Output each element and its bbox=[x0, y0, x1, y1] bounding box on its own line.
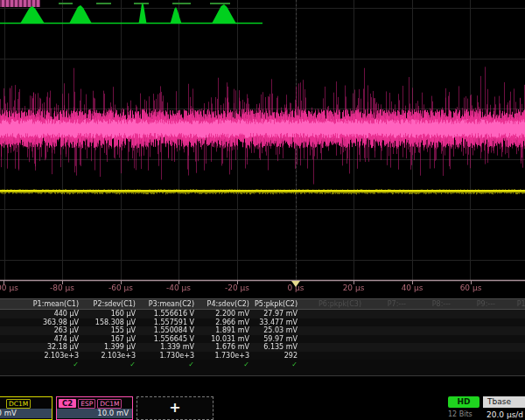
stat-value: 292 bbox=[254, 352, 302, 360]
stat-value: 160 µV bbox=[83, 310, 140, 318]
timebase-descriptor[interactable]: Tbase bbox=[483, 396, 525, 408]
status-ok-icon: ✓ bbox=[140, 360, 199, 369]
stat-value: 2.103e+3 bbox=[83, 352, 140, 360]
stat-value: 167 µV bbox=[83, 335, 140, 344]
stat-value bbox=[366, 352, 410, 360]
stat-value bbox=[455, 318, 500, 327]
param-header-p7[interactable]: P7:--- bbox=[366, 299, 410, 309]
stat-value: 155 µV bbox=[83, 326, 140, 335]
stat-value: 33.477 mV bbox=[254, 318, 302, 327]
stat-value: 263 µV bbox=[0, 326, 83, 335]
timebase-tick-label: -20 µs bbox=[225, 284, 249, 292]
stat-value bbox=[455, 352, 500, 360]
stat-value bbox=[366, 343, 410, 352]
stat-value: 59.97 mV bbox=[254, 335, 302, 344]
timebase-tick-label: -60 µs bbox=[108, 284, 133, 292]
stat-value bbox=[500, 318, 525, 327]
timebase-tick-label: 60 µs bbox=[460, 284, 482, 292]
bit-depth-label: 12 Bits bbox=[448, 410, 472, 418]
stat-value bbox=[500, 343, 525, 352]
status-empty bbox=[455, 360, 500, 369]
bottom-status-bar: DC1M 10.0 mV C2 ESP DC1M 10.0 mV + HD 12… bbox=[0, 396, 525, 420]
stat-value bbox=[500, 352, 525, 360]
histogram-trace[interactable] bbox=[0, 0, 525, 24]
measurement-table: P1:mean(C1)P2:sdev(C1)P3:mean(C2)P4:sdev… bbox=[0, 298, 525, 376]
waveform-display[interactable] bbox=[0, 0, 525, 298]
param-header-p2[interactable]: P2:sdev(C1) bbox=[83, 299, 140, 309]
stat-value: 10.031 mV bbox=[199, 335, 254, 344]
stat-value: 474 µV bbox=[0, 335, 83, 344]
stat-value: 1.676 mV bbox=[199, 343, 254, 352]
trigger-time-marker-icon[interactable] bbox=[291, 281, 300, 287]
channel-c2-descriptor[interactable]: C2 ESP DC1M 10.0 mV bbox=[56, 396, 133, 420]
timebase-tick-label: -40 µs bbox=[166, 284, 191, 292]
timebase-value: 20.0 µs/div bbox=[486, 410, 523, 419]
stat-value bbox=[410, 352, 455, 360]
add-trace-button[interactable]: + bbox=[136, 396, 214, 420]
c2-coupling-tag: DC1M bbox=[97, 399, 122, 409]
stat-value bbox=[410, 318, 455, 327]
stat-value: 1.730e+3 bbox=[140, 352, 199, 360]
c2-esp-tag: ESP bbox=[78, 399, 95, 409]
stat-value: 1.557591 V bbox=[140, 318, 199, 327]
stat-value: 25.03 mV bbox=[254, 326, 302, 335]
stat-value bbox=[302, 335, 366, 344]
stat-value: 1.730e+3 bbox=[199, 352, 254, 360]
c1-scale-value: 10.0 mV bbox=[0, 409, 52, 418]
stat-value bbox=[500, 335, 525, 344]
status-ok-icon: ✓ bbox=[199, 360, 254, 369]
stat-value bbox=[302, 343, 366, 352]
stat-value: 1.891 mV bbox=[199, 326, 254, 335]
timebase-tick-label: -80 µs bbox=[50, 284, 74, 292]
oscilloscope-screen: -100 µs-80 µs-60 µs-40 µs-20 µs0 µs20 µs… bbox=[0, 0, 525, 420]
status-empty bbox=[410, 360, 455, 369]
stat-value: 2.103e+3 bbox=[0, 352, 83, 360]
stat-value bbox=[410, 326, 455, 335]
param-header-p1[interactable]: P1:mean(C1) bbox=[0, 299, 83, 309]
stat-value bbox=[500, 326, 525, 335]
stat-value: 158.308 µV bbox=[83, 318, 140, 327]
stat-value bbox=[366, 335, 410, 344]
stat-value bbox=[366, 310, 410, 318]
stat-value bbox=[366, 326, 410, 335]
stat-value bbox=[500, 310, 525, 318]
status-empty bbox=[366, 360, 410, 369]
stat-value: 1.550084 V bbox=[140, 326, 199, 335]
status-empty bbox=[302, 360, 366, 369]
channel-c1-descriptor[interactable]: DC1M 10.0 mV bbox=[0, 396, 52, 420]
stat-value: 32.18 µV bbox=[0, 343, 83, 352]
stat-value: 1.339 mV bbox=[140, 343, 199, 352]
stat-value bbox=[410, 343, 455, 352]
param-header-p8[interactable]: P8:--- bbox=[410, 299, 455, 309]
status-ok-icon: ✓ bbox=[254, 360, 302, 369]
c2-scale-value: 10.0 mV bbox=[57, 409, 132, 418]
stat-value: 440 µV bbox=[0, 310, 83, 318]
stat-value: 6.135 mV bbox=[254, 343, 302, 352]
hd-mode-badge[interactable]: HD bbox=[448, 396, 480, 408]
param-header-p9[interactable]: P9:--- bbox=[455, 299, 500, 309]
stat-value: 2.966 mV bbox=[199, 318, 254, 327]
status-empty bbox=[500, 360, 525, 369]
stat-value bbox=[455, 310, 500, 318]
stat-value bbox=[410, 310, 455, 318]
stat-value: 2.200 mV bbox=[199, 310, 254, 318]
timebase-tick-label: 20 µs bbox=[343, 284, 365, 292]
c1-coupling-tag: DC1M bbox=[6, 399, 31, 409]
stat-value bbox=[366, 318, 410, 327]
status-ok-icon: ✓ bbox=[0, 360, 83, 369]
stat-value: 27.97 mV bbox=[254, 310, 302, 318]
stat-value bbox=[302, 310, 366, 318]
c2-channel-badge: C2 bbox=[59, 399, 76, 408]
param-header-p6[interactable]: P6:pkpk(C3) bbox=[302, 299, 366, 309]
param-header-p10[interactable]: P10:--- bbox=[500, 299, 525, 309]
param-header-p5[interactable]: P5:pkpk(C2) bbox=[254, 299, 302, 309]
status-ok-icon: ✓ bbox=[83, 360, 140, 369]
timebase-tick-label: 40 µs bbox=[402, 284, 424, 292]
stat-value bbox=[302, 352, 366, 360]
param-header-p4[interactable]: P4:sdev(C2) bbox=[199, 299, 254, 309]
stat-value bbox=[302, 318, 366, 327]
stat-value: 1.556645 V bbox=[140, 335, 199, 344]
stat-value: 363.98 µV bbox=[0, 318, 83, 327]
stat-value bbox=[302, 326, 366, 335]
param-header-p3[interactable]: P3:mean(C2) bbox=[140, 299, 199, 309]
